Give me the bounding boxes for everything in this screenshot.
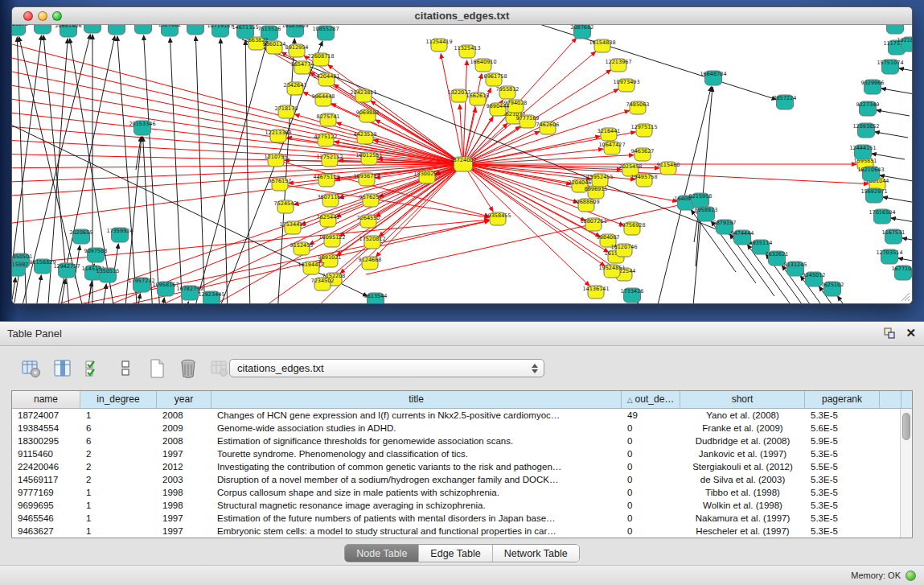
network-node[interactable]: 7462606: [536, 122, 560, 134]
table-cell[interactable]: 0: [622, 460, 680, 473]
network-node[interactable]: 12093852: [852, 123, 879, 138]
table-cell[interactable]: 1997: [157, 525, 211, 538]
network-node[interactable]: 11325413: [454, 45, 480, 58]
tab-edge-table[interactable]: Edge Table: [419, 545, 492, 562]
network-node[interactable]: 1527602: [158, 25, 182, 36]
table-cell[interactable]: de Silva et al. (2003): [680, 473, 805, 486]
network-edge[interactable]: [12, 139, 463, 164]
table-cell[interactable]: 5.6E-5: [805, 422, 880, 435]
table-row[interactable]: 946362711997Embryonic stem cells: a mode…: [12, 525, 912, 538]
table-cell[interactable]: 2009: [157, 422, 211, 435]
network-node[interactable]: 11156829: [29, 259, 55, 274]
table-cell[interactable]: Genome-wide association studies in ADHD.: [211, 422, 622, 435]
table-cell[interactable]: 5.3E-5: [805, 486, 880, 499]
network-node[interactable]: 10688609: [573, 199, 599, 212]
column-header-short[interactable]: short: [680, 391, 805, 408]
network-node[interactable]: 18936717: [353, 173, 380, 186]
table-row[interactable]: 969969511998Structural magnetic resonanc…: [12, 499, 912, 512]
table-row[interactable]: 911546021997Tourette syndrome. Phenomeno…: [12, 447, 912, 460]
network-node[interactable]: 10719185: [207, 25, 233, 37]
table-cell[interactable]: 0: [622, 512, 680, 525]
network-node[interactable]: 3915987: [12, 262, 28, 276]
network-node[interactable]: 1733426: [621, 288, 644, 303]
network-node[interactable]: 17359924: [106, 228, 133, 242]
network-node[interactable]: 9329966: [861, 80, 885, 94]
table-cell[interactable]: 5.5E-5: [805, 460, 880, 473]
table-cell[interactable]: Nakamura et al. (1997): [680, 512, 805, 525]
table-row[interactable]: 1830029562008Estimation of significance …: [12, 435, 912, 447]
table-cell[interactable]: 1998: [157, 486, 211, 499]
table-cell[interactable]: 0: [622, 435, 680, 447]
table-cell[interactable]: Yano et al. (2008): [680, 409, 805, 422]
table-scrollbar[interactable]: [900, 409, 912, 538]
table-cell[interactable]: Structural magnetic resonance image aver…: [211, 499, 622, 512]
column-header-in_degree[interactable]: in_degree: [80, 391, 157, 408]
network-edge[interactable]: [334, 84, 463, 164]
network-edge[interactable]: [159, 298, 164, 303]
network-node[interactable]: 19756928: [618, 222, 645, 235]
table-row[interactable]: 977716911998Corpus callosum shape and si…: [12, 486, 912, 499]
table-cell[interactable]: 2003: [157, 473, 211, 486]
table-row[interactable]: 2242004622012Investigating the contribut…: [12, 460, 912, 473]
table-cell[interactable]: 2008: [157, 435, 211, 447]
table-cell[interactable]: Stergiakouli et al. (2012): [680, 460, 805, 473]
row-height-button[interactable]: [113, 356, 138, 381]
table-cell[interactable]: 0: [622, 473, 680, 486]
network-edge[interactable]: [463, 164, 578, 203]
table-row[interactable]: 1938455462009Genome-wide association stu…: [12, 422, 912, 435]
network-node[interactable]: 13754350: [103, 25, 129, 35]
column-header-name[interactable]: name: [12, 391, 80, 408]
table-cell[interactable]: 9465546: [12, 512, 80, 525]
table-cell[interactable]: Corpus callosum shape and size in male p…: [211, 486, 622, 499]
table-cell[interactable]: Embryonic stem cells: a model to study s…: [211, 525, 622, 538]
window-titlebar[interactable]: citations_edges.txt: [12, 7, 912, 25]
table-cell[interactable]: Tourette syndrome. Phenomenology and cla…: [211, 447, 622, 460]
table-cell[interactable]: 22420046: [12, 460, 80, 473]
tab-node-table[interactable]: Node Table: [345, 545, 419, 562]
network-node[interactable]: 2342641: [284, 82, 307, 95]
network-edge[interactable]: [183, 302, 188, 303]
table-cell[interactable]: 19384554: [12, 422, 80, 435]
network-node[interactable]: 16095122: [318, 234, 345, 247]
network-node[interactable]: 9097588: [84, 248, 108, 262]
table-cell[interactable]: [880, 512, 901, 525]
table-cell[interactable]: 0: [622, 525, 680, 538]
table-cell[interactable]: [880, 486, 901, 499]
table-cell[interactable]: 6: [80, 422, 157, 435]
network-node[interactable]: 10855287: [312, 26, 339, 40]
network-edge[interactable]: [12, 164, 463, 168]
table-cell[interactable]: 2: [80, 460, 157, 473]
network-node[interactable]: 1677102: [892, 266, 912, 280]
table-cell[interactable]: Changes of HCN gene expression and I(f) …: [211, 409, 622, 422]
network-node[interactable]: 9576257: [359, 194, 383, 207]
network-node[interactable]: 8215958: [689, 193, 713, 208]
network-node[interactable]: 12213967: [605, 59, 631, 72]
network-node[interactable]: 10647427: [598, 142, 625, 154]
table-cell[interactable]: [880, 422, 901, 435]
table-cell[interactable]: 1: [80, 525, 157, 538]
network-node[interactable]: 7264550: [357, 215, 380, 228]
float-window-icon[interactable]: [883, 327, 896, 340]
column-header-year[interactable]: year: [157, 391, 211, 408]
network-node[interactable]: 8958923: [695, 207, 718, 221]
table-cell[interactable]: [880, 499, 901, 512]
network-node[interactable]: 1210755: [265, 154, 288, 167]
network-node[interactable]: 7625102: [821, 282, 844, 296]
table-cell[interactable]: 1997: [157, 447, 211, 460]
table-cell[interactable]: 5.3E-5: [805, 447, 880, 460]
network-node[interactable]: 16154838: [589, 39, 615, 52]
table-cell[interactable]: 1: [80, 486, 157, 499]
table-cell[interactable]: 5.3E-5: [805, 409, 880, 422]
network-node[interactable]: 2020655: [70, 229, 93, 244]
network-view[interactable]: 1081044114519111675311210755132203713505…: [12, 25, 912, 303]
network-node[interactable]: 9227349: [856, 101, 880, 116]
table-cell[interactable]: 18300295: [12, 435, 80, 447]
table-cell[interactable]: 0: [622, 486, 680, 499]
network-canvas[interactable]: 1081044114519111675311210755132203713505…: [12, 25, 912, 303]
network-edge[interactable]: [875, 132, 908, 138]
table-cell[interactable]: 1997: [157, 512, 211, 525]
table-cell[interactable]: 9115460: [12, 447, 80, 460]
network-node[interactable]: 16961758: [480, 73, 507, 86]
network-node[interactable]: 20691406: [55, 25, 81, 37]
table-cell[interactable]: 6: [80, 435, 157, 447]
